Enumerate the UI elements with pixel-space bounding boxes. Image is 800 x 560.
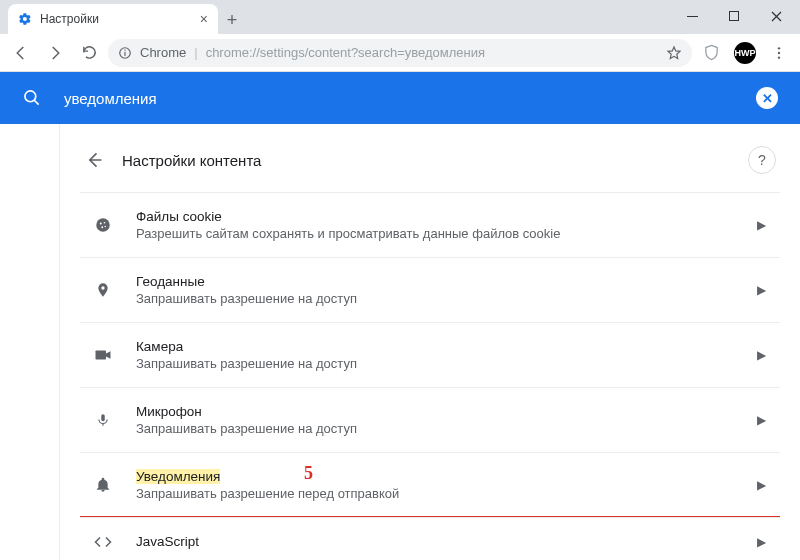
svg-point-12 (96, 218, 110, 232)
browser-tab[interactable]: Настройки × (8, 4, 218, 34)
chevron-right-icon: ▶ (757, 535, 766, 549)
section-header: Настройки контента ? (80, 140, 780, 192)
row-title: Файлы cookie (136, 209, 757, 224)
camera-icon (92, 348, 114, 362)
row-title: Уведомления (136, 469, 757, 484)
section-title: Настройки контента (122, 152, 730, 169)
svg-rect-17 (96, 351, 107, 360)
search-query-text: уведомления (64, 90, 756, 107)
bell-icon (92, 476, 114, 494)
chevron-right-icon: ▶ (757, 478, 766, 492)
tab-close-icon[interactable]: × (200, 11, 208, 27)
row-title: Камера (136, 339, 757, 354)
svg-rect-1 (729, 11, 738, 20)
row-location[interactable]: Геоданные Запрашивать разрешение на дост… (80, 257, 780, 322)
row-notifications[interactable]: Уведомления Запрашивать разрешение перед… (80, 452, 780, 517)
code-icon (92, 535, 114, 549)
row-desc: Запрашивать разрешение перед отправкой (136, 486, 757, 501)
window-minimize-button[interactable] (672, 2, 712, 30)
bookmark-star-icon[interactable] (666, 45, 682, 61)
row-title: Геоданные (136, 274, 757, 289)
nav-forward-button[interactable] (40, 38, 70, 68)
row-title: JavaScript (136, 534, 757, 549)
svg-point-9 (778, 56, 780, 58)
chevron-right-icon: ▶ (757, 413, 766, 427)
browser-menu-button[interactable] (764, 38, 794, 68)
svg-line-11 (35, 101, 39, 105)
row-desc: Разрешить сайтам сохранять и просматрива… (136, 226, 757, 241)
new-tab-button[interactable]: + (218, 6, 246, 34)
annotation-number: 5 (304, 463, 313, 484)
svg-point-7 (778, 47, 780, 49)
microphone-icon (92, 411, 114, 429)
chevron-right-icon: ▶ (757, 218, 766, 232)
omnibox-url: chrome://settings/content?search=уведомл… (206, 45, 658, 60)
row-title: Микрофон (136, 404, 757, 419)
window-titlebar: Настройки × + (0, 0, 800, 34)
svg-point-14 (104, 222, 106, 224)
omnibox-separator: | (194, 45, 197, 60)
site-info-icon[interactable] (118, 46, 132, 60)
row-camera[interactable]: Камера Запрашивать разрешение на доступ … (80, 322, 780, 387)
svg-point-16 (105, 226, 107, 228)
svg-point-13 (100, 223, 102, 225)
window-close-button[interactable] (756, 2, 796, 30)
tab-title: Настройки (40, 12, 99, 26)
svg-point-8 (778, 51, 780, 53)
row-microphone[interactable]: Микрофон Запрашивать разрешение на досту… (80, 387, 780, 452)
help-button[interactable]: ? (748, 146, 776, 174)
location-pin-icon (92, 281, 114, 299)
address-bar[interactable]: Chrome | chrome://settings/content?searc… (108, 39, 692, 67)
settings-content-scroll[interactable]: Настройки контента ? Файлы cookie Разреш… (60, 124, 800, 560)
row-desc: Запрашивать разрешение на доступ (136, 421, 757, 436)
row-javascript[interactable]: JavaScript ▶ (80, 517, 780, 560)
nav-reload-button[interactable] (74, 38, 104, 68)
row-desc: Запрашивать разрешение на доступ (136, 291, 757, 306)
window-maximize-button[interactable] (714, 2, 754, 30)
profile-avatar[interactable]: HWP (730, 38, 760, 68)
omnibox-scheme: Chrome (140, 45, 186, 60)
svg-rect-0 (687, 16, 698, 17)
avatar-label: HWP (734, 42, 756, 64)
cookie-icon (92, 216, 114, 234)
svg-point-10 (25, 91, 36, 102)
svg-rect-5 (124, 51, 125, 55)
row-desc: Запрашивать разрешение на доступ (136, 356, 757, 371)
clear-search-button[interactable]: ✕ (756, 87, 778, 109)
svg-rect-18 (101, 414, 105, 421)
nav-back-button[interactable] (6, 38, 36, 68)
chevron-right-icon: ▶ (757, 348, 766, 362)
settings-gear-icon (18, 12, 32, 26)
left-gutter (0, 124, 60, 560)
search-icon (22, 88, 42, 108)
chevron-right-icon: ▶ (757, 283, 766, 297)
browser-toolbar: Chrome | chrome://settings/content?searc… (0, 34, 800, 72)
extension-shield-icon[interactable] (696, 38, 726, 68)
back-arrow-button[interactable] (84, 150, 104, 170)
row-cookies[interactable]: Файлы cookie Разрешить сайтам сохранять … (80, 192, 780, 257)
svg-rect-6 (124, 49, 125, 50)
svg-point-15 (101, 226, 103, 228)
settings-search-bar[interactable]: уведомления ✕ (0, 72, 800, 124)
